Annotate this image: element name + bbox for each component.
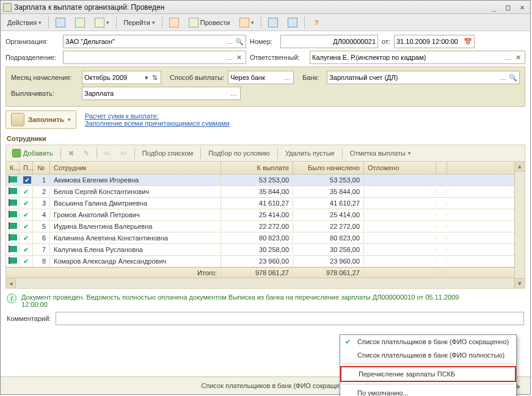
fill-all-link[interactable]: Заполнение всеми причитающимися суммами — [85, 120, 230, 127]
close-button[interactable]: ✕ — [517, 2, 528, 12]
titlebar: Зарплата к выплате организаций: Проведен… — [1, 1, 530, 14]
payment-band: Месяц начисления: ▾ ⇅ Способ выплаты: … … — [5, 67, 525, 107]
table-row[interactable]: ✔8Комаров Александр Александрович23 960,… — [6, 256, 525, 267]
resp-lookup-icon[interactable]: … — [504, 52, 512, 62]
grid-toolbar: Добавить ✖ ✎ A↓ A↑ Подбор списком Подбор… — [5, 145, 525, 161]
toolbar-icon-2[interactable] — [71, 15, 89, 30]
mark-payment-button[interactable]: Отметка выплаты — [346, 148, 415, 159]
comment-input[interactable] — [58, 315, 522, 322]
resp-field[interactable]: … ✕ — [310, 51, 525, 64]
scroll-left-icon[interactable]: ◂ — [6, 278, 16, 288]
scroll-up-icon[interactable]: ▴ — [515, 162, 525, 171]
table-row[interactable]: ✔7Калугина Елена Руслановна30 258,0030 2… — [6, 244, 525, 256]
row-num: 8 — [33, 256, 50, 266]
table-row[interactable]: ✔3Васькина Галина Дмитриевна41 610,2741 … — [6, 198, 525, 209]
payout-lookup-icon[interactable]: … — [229, 88, 238, 98]
minimize-button[interactable]: _ — [489, 2, 500, 12]
payout-field[interactable]: … — [82, 87, 241, 100]
subdiv-input[interactable] — [65, 54, 224, 61]
row-accr: 80 823,00 — [293, 233, 364, 243]
row-defer — [364, 190, 436, 193]
row-accr: 25 414,00 — [293, 210, 364, 220]
col-defer[interactable]: Отложено — [364, 162, 436, 174]
date-input[interactable] — [396, 38, 462, 45]
table-row[interactable]: ✔4Громов Анатолий Петрович25 414,0025 41… — [6, 209, 525, 221]
row-topay: 41 610,27 — [221, 198, 293, 208]
grid-v-scrollbar[interactable]: ▴ ▾ — [514, 162, 525, 288]
delete-row-button[interactable]: ✖ — [65, 148, 78, 159]
month-spin-icon[interactable]: ⇅ — [151, 73, 159, 82]
actions-menu-button[interactable]: Действия — [3, 16, 46, 29]
month-field[interactable]: ▾ ⇅ — [82, 71, 161, 84]
pick-cond-button[interactable]: Подбор по условию — [205, 148, 274, 159]
toolbar-icon-5[interactable] — [235, 15, 258, 30]
sort-desc-button[interactable]: A↑ — [117, 148, 131, 158]
menu-item-pskb[interactable]: Перечисление зарплаты ПСКБ — [340, 366, 516, 382]
row-defer — [364, 260, 436, 262]
number-field[interactable] — [280, 35, 378, 48]
post-button[interactable]: Провести — [184, 15, 235, 30]
month-dropdown-icon[interactable]: ▾ — [142, 73, 150, 82]
help-button[interactable]: ? — [307, 16, 326, 29]
col-accr[interactable]: Было начислено — [293, 162, 364, 174]
resp-input[interactable] — [312, 54, 503, 61]
table-row[interactable]: ✔5Иудина Валентина Валерьевна22 272,0022… — [6, 221, 525, 232]
row-flag-icon — [6, 256, 20, 266]
go-menu-button[interactable]: Перейти — [119, 16, 159, 29]
col-topay[interactable]: К выплате — [221, 162, 293, 174]
paymethod-field[interactable]: … — [228, 71, 294, 84]
menu-item-default[interactable]: По умолчанию... — [340, 386, 516, 396]
paymethod-input[interactable] — [230, 74, 282, 81]
sort-asc-button[interactable]: A↓ — [101, 148, 115, 158]
table-row[interactable]: ✔6Калинина Алевтина Константиновна80 823… — [6, 232, 525, 244]
col-emp[interactable]: Сотрудник — [50, 162, 221, 174]
org-input[interactable] — [65, 38, 224, 45]
menu-item-full[interactable]: Список плательщиков в банк (ФИО полность… — [340, 348, 516, 362]
add-icon — [12, 149, 21, 157]
paymethod-dropdown-icon[interactable]: … — [283, 73, 292, 82]
toolbar-icon-6[interactable] — [264, 15, 282, 30]
scroll-down-icon[interactable]: ▾ — [515, 278, 525, 288]
grid-h-scrollbar[interactable]: ◂ ▸ — [6, 278, 525, 288]
date-field[interactable]: 📅 — [394, 35, 475, 48]
subdiv-field[interactable]: … ✕ — [63, 51, 246, 64]
comment-field[interactable] — [56, 312, 524, 325]
bank-lookup-icon[interactable]: … — [498, 73, 507, 82]
bank-search-icon[interactable]: 🔍 — [509, 73, 517, 82]
row-flag-icon — [6, 245, 20, 254]
org-field[interactable]: … 🔍 — [63, 35, 246, 48]
row-accr: 35 844,00 — [293, 187, 364, 196]
fill-button[interactable]: Заполнить — [5, 110, 76, 129]
toolbar-icon-1[interactable] — [51, 15, 70, 30]
add-row-button[interactable]: Добавить — [9, 147, 57, 159]
calendar-icon[interactable]: 📅 — [464, 37, 472, 46]
col-p[interactable]: П... — [20, 162, 33, 174]
table-row[interactable]: ✔1Акимова Евгения Игоревна53 253,0053 25… — [6, 175, 525, 186]
org-search-icon[interactable]: 🔍 — [235, 37, 244, 46]
maximize-button[interactable]: □ — [503, 2, 514, 12]
main-toolbar: Действия Перейти Провести ? — [1, 14, 530, 31]
row-check-icon: ✔ — [20, 175, 33, 185]
row-employee: Васькина Галина Дмитриевна — [50, 198, 221, 208]
number-input[interactable] — [283, 38, 376, 45]
short-list-button[interactable]: Список плательщиков в банк (ФИО сокращен… — [195, 380, 360, 392]
col-k[interactable]: К... — [6, 162, 20, 174]
subdiv-lookup-icon[interactable]: … — [225, 52, 234, 62]
bank-field[interactable]: … 🔍 — [327, 71, 520, 84]
col-n[interactable]: № — [33, 162, 50, 174]
toolbar-icon-3[interactable] — [90, 15, 114, 30]
bank-input[interactable] — [329, 74, 497, 81]
table-row[interactable]: ✔2Белов Сергей Константинович35 844,0035… — [6, 186, 525, 198]
payout-input[interactable] — [84, 90, 228, 97]
menu-item-short[interactable]: ✔ Список плательщиков в банк (ФИО сокращ… — [340, 335, 516, 348]
toolbar-icon-4[interactable] — [165, 15, 183, 30]
calc-sums-link[interactable]: Расчет сумм к выплате: — [85, 112, 230, 120]
subdiv-clear-icon[interactable]: ✕ — [235, 52, 244, 62]
delete-empty-button[interactable]: Удалить пустые — [282, 148, 338, 159]
toolbar-icon-7[interactable] — [283, 15, 302, 30]
pick-list-button[interactable]: Подбор списком — [139, 148, 197, 159]
org-lookup-icon[interactable]: … — [225, 37, 234, 46]
edit-row-button[interactable]: ✎ — [80, 148, 93, 159]
resp-clear-icon[interactable]: ✕ — [514, 52, 523, 62]
month-input[interactable] — [84, 74, 141, 81]
